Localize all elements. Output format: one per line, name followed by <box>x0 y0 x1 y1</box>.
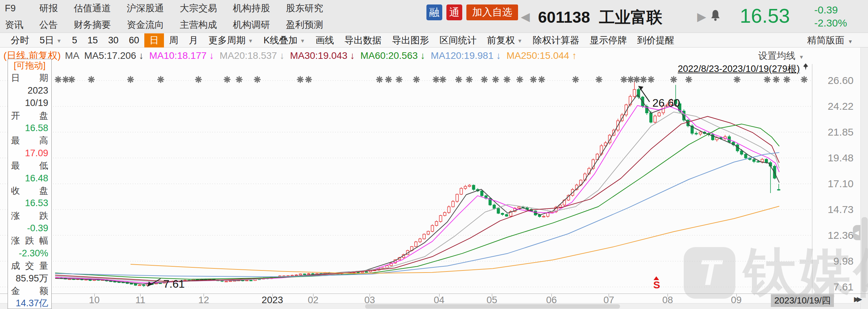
menu-item[interactable]: 股东研究 <box>286 0 323 17</box>
toolbar-item[interactable]: 区间统计 <box>434 33 482 47</box>
announcement-marker-icon <box>801 77 807 83</box>
toolbar-item[interactable]: 30 <box>103 33 124 47</box>
time-axis: 2023/10/19/四 ▶▶ 101112202302030405060708… <box>0 294 868 303</box>
f10-menu: F9资讯研报公告估值通道财务摘要沪深股通资金流向大宗交易主营构成机构持股机构调研… <box>5 0 323 33</box>
panel-field-label: 成交量 <box>8 259 51 272</box>
announcement-marker-icon <box>634 77 640 83</box>
chevron-down-icon: ▼ <box>848 39 853 44</box>
compact-layout-button[interactable]: 精简版面▼ <box>807 33 853 47</box>
time-axis-label: 08 <box>647 295 688 306</box>
announcement-marker-icon <box>573 77 579 83</box>
add-to-watchlist-button[interactable]: 加入自选 <box>466 4 518 20</box>
toolbar-item[interactable]: 画线 <box>310 33 339 47</box>
announcement-marker-icon <box>466 77 472 83</box>
announcement-marker-icon <box>530 77 536 83</box>
announcement-marker-icon <box>196 77 202 83</box>
toolbar-item[interactable]: 分时 <box>6 33 34 47</box>
toolbar-item[interactable]: 60 <box>124 33 144 47</box>
panel-field-label: 日期 <box>8 72 51 84</box>
next-stock-icon[interactable]: ▶ <box>697 9 706 24</box>
price-change: -0.39 <box>814 3 847 17</box>
alert-bell-icon[interactable] <box>710 9 721 23</box>
menu-item[interactable]: F9 <box>5 0 23 17</box>
announcement-marker-icon <box>517 77 523 83</box>
quote-info-panel[interactable]: [可拖动]日期202310/19开盘16.58最高17.09最低16.48收盘1… <box>8 59 52 309</box>
stock-connect-badge[interactable]: 通 <box>446 4 462 20</box>
ma-line-MA30 <box>55 116 779 281</box>
panel-field-value: 85.95万 <box>8 272 51 285</box>
toolbar-item[interactable]: 日 <box>144 33 164 47</box>
toolbar-item[interactable]: 15 <box>82 33 103 47</box>
time-axis-label: 04 <box>418 295 460 306</box>
announcement-marker-icon <box>128 77 134 83</box>
menu-item[interactable]: 机构持股 <box>233 0 270 17</box>
toolbar-item[interactable]: 更多周期▼ <box>203 33 258 47</box>
event-markers[interactable] <box>55 77 807 83</box>
pin-icon[interactable] <box>802 63 809 74</box>
margin-trading-badge[interactable]: 融 <box>426 4 442 20</box>
toolbar-item[interactable]: 导出数据 <box>339 33 387 47</box>
announcement-marker-icon <box>641 77 647 83</box>
ma-group-label[interactable]: MA <box>65 50 79 61</box>
panel-field-value: 2023 <box>8 84 51 97</box>
menu-item[interactable]: 财务摘要 <box>74 17 111 33</box>
top-header: F9资讯研报公告估值通道财务摘要沪深股通资金流向大宗交易主营构成机构持股机构调研… <box>0 0 868 33</box>
menu-item[interactable]: 盈利预测 <box>286 17 323 33</box>
announcement-marker-icon <box>55 77 61 83</box>
announcement-marker-icon <box>671 77 676 83</box>
svg-text:S: S <box>653 279 660 290</box>
menu-item[interactable]: 资讯 <box>5 17 23 33</box>
toolbar-item[interactable]: 5 <box>67 33 82 47</box>
toolbar-item[interactable]: K线叠加▼ <box>258 33 310 47</box>
stock-name: 工业富联 <box>599 8 662 26</box>
announcement-marker-icon <box>764 77 770 83</box>
toolbar-item[interactable]: 到价提醒 <box>632 33 680 47</box>
panel-field-value: 16.58 <box>8 122 51 134</box>
time-axis-label: 05 <box>471 295 513 306</box>
price-axis-label: 17.10 <box>815 178 854 190</box>
toolbar-item[interactable]: 除权计算器 <box>528 33 585 47</box>
menu-item[interactable]: 估值通道 <box>74 0 111 17</box>
menu-item[interactable]: 研报 <box>39 0 58 17</box>
visible-range-link[interactable]: 2022/8/23-2023/10/19(279根) <box>678 63 809 75</box>
price-axis-label: 26.60 <box>815 75 854 86</box>
fast-forward-icon[interactable]: ▶▶ <box>854 295 860 303</box>
announcement-marker-icon <box>456 77 462 83</box>
panel-field-value: 17.09 <box>8 147 51 159</box>
toolbar-item[interactable]: 显示停牌 <box>585 33 632 47</box>
chevron-down-icon: ▼ <box>799 54 804 60</box>
candlestick-chart-canvas[interactable]: 26.607.61S <box>0 64 868 294</box>
panel-field-label: 最低 <box>8 159 51 172</box>
panel-field-label: 收盘 <box>8 184 51 197</box>
price-axis-label: 24.22 <box>815 100 854 112</box>
panel-field-value: 14.37亿 <box>8 297 51 309</box>
menu-item[interactable]: 沪深股通 <box>127 0 164 17</box>
announcement-marker-icon <box>440 77 446 83</box>
price-change-percent: -2.30% <box>814 17 847 30</box>
ma-line-MA5 <box>55 95 779 284</box>
menu-item[interactable]: 主营构成 <box>180 17 217 33</box>
menu-item[interactable]: 大宗交易 <box>180 0 217 17</box>
menu-item[interactable]: 资金流向 <box>127 17 164 33</box>
toolbar-item[interactable]: 前复权▼ <box>482 33 528 47</box>
announcement-marker-icon <box>414 77 420 83</box>
ma-value: MA5:17.206 ↓ <box>84 50 144 61</box>
prev-stock-icon[interactable]: ◀ <box>521 9 530 24</box>
toolbar-item[interactable]: 月 <box>184 33 203 47</box>
announcement-marker-icon <box>539 77 545 83</box>
menu-item[interactable]: 机构调研 <box>233 17 270 33</box>
price-axis-label: 9.98 <box>815 255 854 267</box>
ma-settings-button[interactable]: 设置均线▼ <box>758 50 804 62</box>
announcement-marker-icon <box>493 77 498 83</box>
dividend-marker[interactable]: S <box>653 276 660 290</box>
stock-title: 601138工业富联 <box>538 7 662 28</box>
toolbar-item[interactable]: 导出图形 <box>387 33 434 47</box>
ma-settings-label: 设置均线 <box>758 51 795 61</box>
stock-code: 601138 <box>538 8 590 26</box>
toolbar-item[interactable]: 周 <box>164 33 184 47</box>
announcement-marker-icon <box>158 77 164 83</box>
toolbar-item[interactable]: 5日▼ <box>34 33 67 47</box>
time-axis-label: 12 <box>183 295 224 306</box>
menu-item[interactable]: 公告 <box>39 17 58 33</box>
announcement-marker-icon <box>784 77 790 83</box>
